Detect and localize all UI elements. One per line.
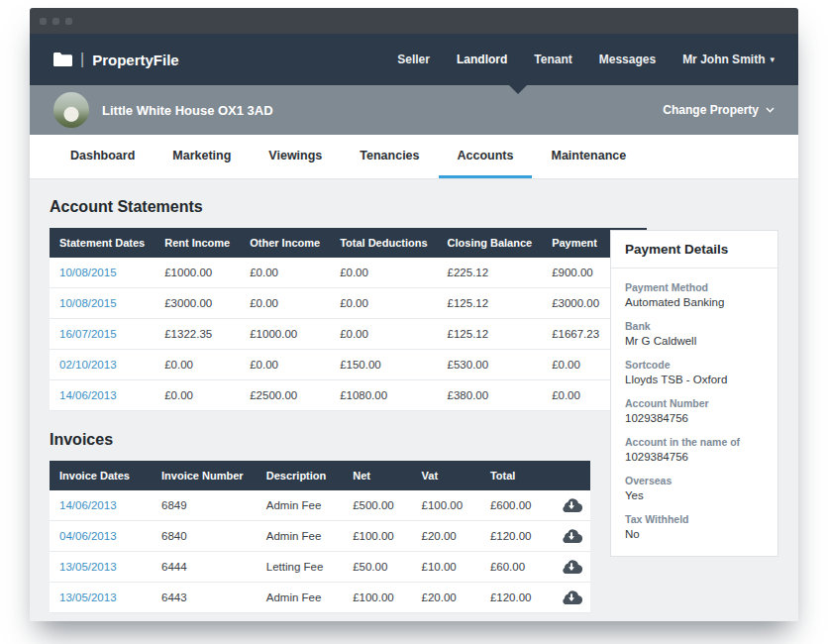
tab-tenancies[interactable]: Tenancies [341,135,438,178]
table-row: 14/06/20136849Admin Fee£500.00£100.00£60… [50,490,590,521]
date-link[interactable]: 04/06/2013 [59,530,117,542]
table-cell: £0.00 [330,319,437,350]
field-value: Mr G Caldwell [625,335,764,347]
column-header-vat: Vat [412,461,480,490]
column-header-payment: Payment [542,228,609,258]
table-cell: £0.00 [542,350,609,380]
table-cell: £3000.00 [542,288,609,319]
column-header-closing-balance: Closing Balance [438,228,543,258]
table-row: 10/08/2015£1000.00£0.00£0.00£225.12£900.… [50,258,647,288]
cloud-download-icon[interactable] [561,497,582,512]
payment-field-tax-withheld: Tax WithheldNo [625,513,764,540]
column-header-rent-income: Rent Income [155,228,240,258]
tab-dashboard[interactable]: Dashboard [52,135,154,178]
change-property-button[interactable]: Change Property [663,103,775,117]
statements-table: Statement DatesRent IncomeOther IncomeTo… [50,228,647,411]
payment-details-fields: Payment MethodAutomated BankingBankMr G … [611,268,777,556]
table-cell: £225.12 [438,258,543,288]
column-header-actions [553,461,590,490]
table-cell: Admin Fee [257,583,343,613]
tab-viewings[interactable]: Viewings [250,135,341,178]
nav-item-seller[interactable]: Seller [397,53,430,66]
payment-field-sortcode: SortcodeLloyds TSB - Oxford [625,359,764,385]
table-cell: £100.00 [343,583,411,613]
nav-item-label: Landlord [457,53,507,66]
table-row: 13/05/20136443Admin Fee£100.00£20.00£120… [50,583,590,613]
date-link[interactable]: 13/05/2013 [59,561,117,573]
tab-maintenance[interactable]: Maintenance [532,135,645,178]
table-cell: 14/06/2013 [50,380,155,411]
window-dot-icon [52,18,59,25]
table-row: 14/06/2013£0.00£2500.00£1080.00£380.00£0… [50,380,647,411]
table-cell: £20.00 [412,521,480,552]
logo-divider: | [80,51,84,68]
active-nav-pointer [509,85,527,94]
table-cell: £100.00 [412,490,480,521]
actions-cell [553,583,590,613]
actions-cell [553,552,590,583]
table-cell: 6849 [152,490,257,521]
table-cell: £50.00 [343,552,411,583]
table-cell: £380.00 [438,380,543,411]
cloud-download-icon[interactable] [561,528,582,543]
table-cell: £125.12 [438,319,543,350]
table-cell: £0.00 [240,258,330,288]
field-value: 1029384756 [625,451,764,463]
payment-field-bank: BankMr G Caldwell [625,320,764,347]
table-cell: £0.00 [542,380,609,411]
tab-marketing[interactable]: Marketing [154,135,250,178]
field-value: 1029384756 [625,412,764,424]
nav-item-messages[interactable]: Messages [599,53,656,66]
table-cell: £900.00 [542,258,609,288]
column-header-description: Description [257,461,343,490]
nav-item-landlord[interactable]: Landlord [457,53,507,66]
table-cell: £0.00 [330,258,437,288]
actions-cell [553,490,590,521]
table-cell: £0.00 [330,288,437,319]
cloud-download-icon[interactable] [561,590,582,604]
column-header-invoice-number: Invoice Number [152,461,257,490]
field-value: No [625,528,764,540]
table-cell: £150.00 [330,350,437,380]
invoices-section-title: Invoices [50,431,590,449]
table-cell: £60.00 [480,552,553,583]
payment-field-overseas: OverseasYes [625,475,764,501]
table-cell: £500.00 [343,490,411,521]
date-link[interactable]: 10/08/2015 [59,297,117,309]
date-link[interactable]: 14/06/2013 [59,499,117,511]
table-cell: 6840 [152,521,257,552]
cloud-download-icon[interactable] [561,559,582,574]
folder-icon [53,53,72,66]
table-cell: 14/06/2013 [50,490,152,521]
table-cell: £530.00 [438,350,543,380]
column-header-statement-dates: Statement Dates [50,228,155,258]
accounts-column: Account Statements Statement DatesRent I… [50,197,590,613]
field-label: Tax Withheld [625,513,764,525]
logo-text: PropertyFile [92,52,179,68]
table-cell: £600.00 [480,490,553,521]
table-row: 13/05/20136444Letting Fee£50.00£10.00£60… [50,552,590,583]
tab-accounts[interactable]: Accounts [439,135,533,178]
table-cell: £0.00 [240,288,330,319]
date-link[interactable]: 10/08/2015 [59,267,117,278]
change-property-label: Change Property [663,103,759,117]
nav-item-label: Mr John Smith [682,53,765,66]
property-title: Little White House OX1 3AD [102,103,273,118]
date-link[interactable]: 13/05/2013 [59,591,117,603]
table-cell: 04/06/2013 [50,521,152,552]
date-link[interactable]: 14/06/2013 [59,389,117,401]
chevron-down-icon [766,107,775,113]
date-link[interactable]: 02/10/2013 [59,359,117,371]
property-bar: Little White House OX1 3AD Change Proper… [30,85,798,135]
payment-field-account-number: Account Number1029384756 [625,397,764,424]
table-cell: £125.12 [438,288,543,319]
field-label: Sortcode [625,359,764,371]
table-cell: £3000.00 [155,288,240,319]
nav-item-tenant[interactable]: Tenant [534,53,571,66]
table-cell: £1080.00 [330,380,437,411]
field-label: Bank [625,320,764,332]
date-link[interactable]: 16/07/2015 [59,328,117,340]
nav-item-mr-john-smith[interactable]: Mr John Smith▾ [682,53,775,66]
property-avatar [53,92,89,128]
table-cell: £1322.35 [155,319,240,350]
